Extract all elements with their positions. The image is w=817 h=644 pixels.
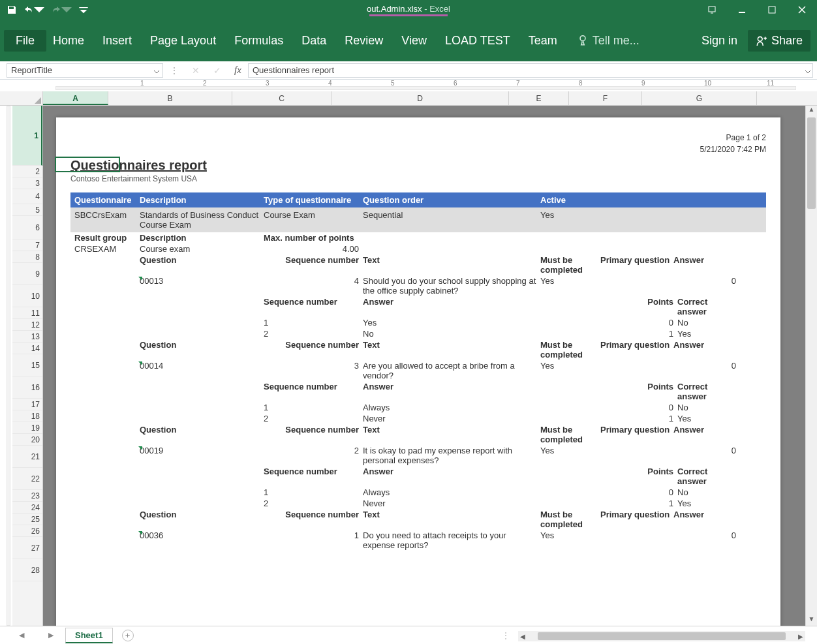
ruler-tick: 4 — [328, 80, 332, 87]
tell-me-search[interactable]: Tell me... — [577, 34, 640, 48]
row-header-17[interactable]: 17 — [12, 399, 42, 410]
row-header-18[interactable]: 18 — [12, 410, 42, 422]
column-header-B[interactable]: B — [108, 91, 232, 105]
column-header-A[interactable]: A — [43, 91, 108, 105]
column-header-E[interactable]: E — [509, 91, 569, 105]
row-header-15[interactable]: 15 — [12, 354, 42, 376]
column-header-G[interactable]: G — [642, 91, 757, 105]
formula-tools: ⋮ ✕ ✓ fx — [163, 65, 248, 76]
answer-row: 1Yes 0No — [70, 317, 766, 328]
scroll-down-icon[interactable]: ▼ — [806, 615, 817, 626]
row-header-20[interactable]: 20 — [12, 434, 42, 446]
tab-page-layout[interactable]: Page Layout — [150, 34, 216, 48]
row-header-4[interactable]: 4 — [12, 189, 42, 204]
row-header-27[interactable]: 27 — [12, 537, 42, 559]
report-table: Questionnaire Description Type of questi… — [70, 192, 766, 551]
formula-input[interactable]: Questionnaires report — [248, 63, 813, 78]
sheet-tab-1[interactable]: Sheet1 — [65, 628, 113, 643]
name-box[interactable]: ReportTitle — [7, 63, 163, 78]
row-header-28[interactable]: 28 — [12, 559, 42, 581]
column-header-C[interactable]: C — [232, 91, 331, 105]
row-header-11[interactable]: 11 — [12, 307, 42, 319]
row-header-26[interactable]: 26 — [12, 525, 42, 537]
ribbon-tabs: Home Insert Page Layout Formulas Data Re… — [53, 34, 557, 48]
tab-data[interactable]: Data — [301, 34, 326, 48]
page: Page 1 of 2 5/21/2020 7:42 PM Questionna… — [56, 117, 780, 626]
select-all-corner[interactable] — [0, 91, 43, 106]
row-header-9[interactable]: 9 — [12, 263, 42, 285]
row-headers[interactable]: 1234567891011121314151617181920212223242… — [12, 106, 43, 626]
row-header-7[interactable]: 7 — [12, 239, 42, 251]
tab-formulas[interactable]: Formulas — [234, 34, 283, 48]
enter-icon[interactable]: ✓ — [213, 65, 221, 76]
scrollbar-thumb[interactable] — [807, 117, 816, 209]
row-header-8[interactable]: 8 — [12, 251, 42, 263]
scroll-right-icon[interactable]: ▶ — [796, 633, 805, 640]
row-header-10[interactable]: 10 — [12, 285, 42, 307]
row-header-23[interactable]: 23 — [12, 490, 42, 502]
tab-review[interactable]: Review — [345, 34, 383, 48]
tab-home[interactable]: Home — [53, 34, 84, 48]
row-header-2[interactable]: 2 — [12, 166, 42, 177]
vertical-scrollbar[interactable]: ▲ ▼ — [805, 106, 817, 626]
scrollbar-thumb[interactable] — [538, 632, 786, 640]
title-bar: out.Admin.xlsx - Excel — [0, 0, 817, 20]
row-header-24[interactable]: 24 — [12, 502, 42, 514]
minimize-icon[interactable] — [727, 0, 757, 20]
tab-insert[interactable]: Insert — [102, 34, 132, 48]
row-header-13[interactable]: 13 — [12, 331, 42, 343]
sheet-canvas[interactable]: Page 1 of 2 5/21/2020 7:42 PM Questionna… — [43, 106, 805, 626]
answer-header: Sequence numberAnswer PointsCorrect answ… — [70, 466, 766, 487]
expand-formula-icon[interactable] — [805, 67, 811, 77]
redo-icon[interactable] — [51, 5, 72, 15]
more-icon[interactable]: ⋮ — [170, 65, 179, 76]
share-button[interactable]: Share — [748, 30, 810, 52]
answer-row: 1Always 0No — [70, 402, 766, 413]
ribbon-options-icon[interactable] — [697, 0, 727, 20]
tab-view[interactable]: View — [401, 34, 427, 48]
row-header-21[interactable]: 21 — [12, 446, 42, 468]
row-header-5[interactable]: 5 — [12, 204, 42, 216]
answer-row: 1Always 0No — [70, 487, 766, 498]
row-header-19[interactable]: 19 — [12, 422, 42, 434]
tab-scroll-controls[interactable]: ◀ ▶ — [0, 631, 65, 639]
horizontal-ruler: 1234567891011 — [0, 80, 817, 91]
fx-icon[interactable]: fx — [234, 65, 241, 76]
chevron-down-icon[interactable] — [153, 67, 160, 77]
answer-header: Sequence numberAnswer PointsCorrect answ… — [70, 381, 766, 402]
row-header-3[interactable]: 3 — [12, 177, 42, 189]
ruler-tick: 11 — [767, 80, 774, 87]
row-header-14[interactable]: 14 — [12, 343, 42, 354]
tab-prev-icon[interactable]: ◀ — [19, 631, 24, 639]
page-title: Questionnaires report — [70, 158, 766, 173]
close-icon[interactable] — [787, 0, 817, 20]
qat-customize-icon[interactable] — [78, 5, 89, 15]
row-header-12[interactable]: 12 — [12, 319, 42, 331]
sign-in-button[interactable]: Sign in — [701, 34, 737, 48]
svg-point-3 — [580, 36, 585, 41]
file-tab[interactable]: File — [4, 30, 46, 52]
cancel-icon[interactable]: ✕ — [192, 65, 200, 76]
scroll-left-icon[interactable]: ◀ — [518, 633, 527, 640]
page-metadata: Page 1 of 2 5/21/2020 7:42 PM — [700, 132, 766, 155]
scroll-up-icon[interactable]: ▲ — [806, 106, 817, 116]
splitter-handle[interactable]: ⋮ — [502, 631, 510, 640]
horizontal-scrollbar[interactable]: ◀ ▶ — [518, 631, 805, 641]
worksheet-grid[interactable]: 1234567891011121314151617181920212223242… — [0, 106, 817, 626]
column-header-F[interactable]: F — [569, 91, 642, 105]
row-header-6[interactable]: 6 — [12, 216, 42, 239]
tab-load-test[interactable]: LOAD TEST — [445, 34, 510, 48]
tab-team[interactable]: Team — [529, 34, 557, 48]
ruler-tick: 8 — [579, 80, 583, 87]
row-header-25[interactable]: 25 — [12, 514, 42, 525]
row-header-22[interactable]: 22 — [12, 468, 42, 490]
column-header-D[interactable]: D — [331, 91, 509, 105]
add-sheet-button[interactable]: + — [122, 630, 134, 641]
row-header-16[interactable]: 16 — [12, 376, 42, 399]
question-header: Question Sequence numberText Must be com… — [70, 509, 766, 530]
tab-next-icon[interactable]: ▶ — [48, 631, 54, 639]
undo-icon[interactable] — [23, 5, 44, 15]
row-header-1[interactable]: 1 — [12, 106, 42, 166]
maximize-icon[interactable] — [757, 0, 787, 20]
save-icon[interactable] — [7, 5, 17, 15]
